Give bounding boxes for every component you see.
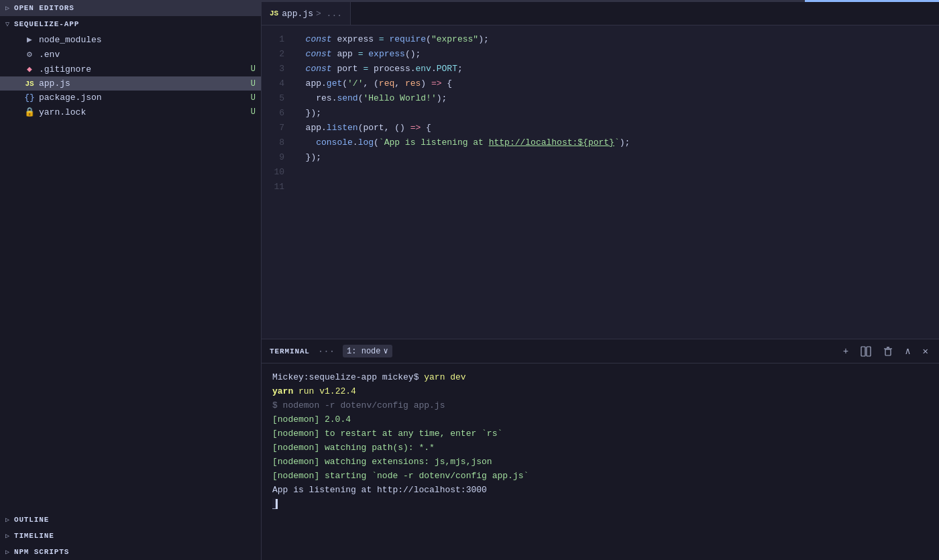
git-icon: ◆ <box>24 64 35 74</box>
terminal-actions: + ∧ ✕ <box>840 344 931 358</box>
open-editors-section[interactable]: ▷ OPEN EDITORS <box>0 0 261 16</box>
outline-label: OUTLINE <box>14 516 49 524</box>
gitignore-badge: U <box>251 64 256 74</box>
sidebar-item-yarn-lock[interactable]: 🔒 yarn.lock U <box>0 105 261 119</box>
sidebar: ▷ OPEN EDITORS ▽ SEQUELIZE-APP ▶ node_mo… <box>0 0 262 560</box>
terminal-close-button[interactable]: ✕ <box>920 344 931 358</box>
yarn-icon: 🔒 <box>24 107 35 117</box>
gear-icon: ⚙ <box>24 49 35 60</box>
line-num-3: 3 <box>272 62 284 76</box>
project-section[interactable]: ▽ SEQUELIZE-APP <box>0 16 261 32</box>
terminal-section: TERMINAL ··· 1: node ∨ + <box>262 339 939 560</box>
line-num-9: 9 <box>272 150 284 165</box>
code-content: const express = require("express"); cons… <box>295 32 939 332</box>
terminal-line-nodemon-ver: [nodemon] 2.0.4 <box>272 412 928 427</box>
gitignore-label: .gitignore <box>39 64 245 74</box>
terminal-add-button[interactable]: + <box>840 345 851 358</box>
yarn-lock-badge: U <box>251 107 256 117</box>
main-panel: JS app.js > ... 1 2 3 4 5 6 7 8 9 10 11 … <box>262 0 939 560</box>
line-num-10: 10 <box>272 165 284 180</box>
line-num-8: 8 <box>272 135 284 150</box>
code-line-10: console.log(`App is listening at http://… <box>295 135 939 150</box>
package-json-label: package.json <box>39 93 245 103</box>
line-num-7: 7 <box>272 121 284 135</box>
appjs-badge: U <box>251 79 256 89</box>
terminal-content[interactable]: Mickey:sequelize-app mickey$ yarn dev ya… <box>262 363 939 560</box>
timeline-chevron: ▷ <box>5 532 10 540</box>
yarn-lock-label: yarn.lock <box>39 107 245 117</box>
line-num-4: 4 <box>272 76 284 91</box>
timeline-section[interactable]: ▷ TIMELINE <box>0 528 261 544</box>
terminal-header: TERMINAL ··· 1: node ∨ + <box>262 339 939 363</box>
tab-js-icon: JS <box>270 9 278 17</box>
code-line-5: app.get('/', (req, res) => { <box>295 76 939 91</box>
line-num-11: 11 <box>272 180 284 194</box>
sidebar-item-appjs[interactable]: JS app.js U <box>0 76 261 91</box>
terminal-tab-dropdown[interactable]: 1: node ∨ <box>343 345 392 357</box>
env-label: .env <box>39 50 256 60</box>
npm-chevron: ▷ <box>5 548 10 556</box>
line-num-1: 1 <box>272 32 284 47</box>
svg-rect-2 <box>885 349 891 355</box>
line-num-6: 6 <box>272 106 284 121</box>
terminal-split-button[interactable] <box>858 345 874 358</box>
npm-scripts-section[interactable]: ▷ NPM SCRIPTS <box>0 544 261 560</box>
svg-rect-1 <box>867 347 871 356</box>
timeline-label: TIMELINE <box>14 532 54 540</box>
terminal-line-yarn-run: yarn run v1.22.4 <box>272 384 928 398</box>
node-modules-label: node_modules <box>39 35 256 45</box>
code-line-3: const port = process.env.PORT; <box>295 62 939 76</box>
terminal-tab-name: 1: node <box>347 347 380 356</box>
json-icon: {} <box>24 93 35 103</box>
terminal-line-cmd1: Mickey:sequelize-app mickey$ yarn dev <box>272 370 928 384</box>
line-numbers: 1 2 3 4 5 6 7 8 9 10 11 <box>262 32 295 332</box>
package-json-badge: U <box>251 93 256 103</box>
code-line-2: const app = express(); <box>295 47 939 62</box>
sidebar-item-env[interactable]: ⚙ .env <box>0 47 261 62</box>
sidebar-item-package-json[interactable]: {} package.json U <box>0 91 261 105</box>
terminal-trash-button[interactable] <box>881 345 895 357</box>
folder-icon: ▶ <box>24 34 35 45</box>
tab-file-name: app.js <box>282 9 313 19</box>
terminal-title-label: TERMINAL <box>270 347 310 355</box>
outline-section[interactable]: ▷ OUTLINE <box>0 512 261 528</box>
open-editors-label: OPEN EDITORS <box>14 4 74 12</box>
terminal-line-nodemon-start: [nodemon] starting `node -r dotenv/confi… <box>272 469 928 483</box>
project-name-label: SEQUELIZE-APP <box>14 20 79 28</box>
svg-rect-0 <box>861 347 865 356</box>
terminal-line-nodemon-ext: [nodemon] watching extensions: js,mjs,js… <box>272 455 928 469</box>
terminal-line-nodemon-restart: [nodemon] to restart at any time, enter … <box>272 427 928 441</box>
progress-fill <box>805 0 939 2</box>
terminal-dots-button[interactable]: ··· <box>318 346 335 357</box>
js-file-icon: JS <box>24 80 35 88</box>
appjs-label: app.js <box>39 78 245 89</box>
tab-breadcrumb: > ... <box>316 9 342 19</box>
code-line-11: }); <box>295 150 939 165</box>
terminal-chevron-up-button[interactable]: ∧ <box>902 344 913 358</box>
npm-scripts-label: NPM SCRIPTS <box>14 548 69 556</box>
code-line-6: res.send('Hello World!'); <box>295 91 939 106</box>
sidebar-item-node-modules[interactable]: ▶ node_modules <box>0 32 261 47</box>
terminal-cursor-line: ▋ <box>272 497 928 511</box>
code-editor[interactable]: 1 2 3 4 5 6 7 8 9 10 11 const express = … <box>262 25 939 339</box>
progress-bar <box>262 0 939 2</box>
sidebar-item-gitignore[interactable]: ◆ .gitignore U <box>0 62 261 76</box>
code-line-7: }); <box>295 106 939 121</box>
line-num-5: 5 <box>272 91 284 106</box>
tab-appjs[interactable]: JS app.js > ... <box>262 2 351 25</box>
terminal-line-nodemon-watch: [nodemon] watching path(s): *.* <box>272 441 928 455</box>
open-editors-chevron: ▷ <box>5 4 10 12</box>
terminal-line-app-listen: App is listening at http://localhost:300… <box>272 483 928 497</box>
line-num-2: 2 <box>272 47 284 62</box>
outline-chevron: ▷ <box>5 516 10 524</box>
terminal-line-nodemon-cmd: $ nodemon -r dotenv/config app.js <box>272 398 928 412</box>
tab-bar: JS app.js > ... <box>262 2 939 25</box>
code-line-9: app.listen(port, () => { <box>295 121 939 135</box>
project-chevron: ▽ <box>5 20 10 28</box>
code-line-1: const express = require("express"); <box>295 32 939 47</box>
terminal-dropdown-chevron: ∨ <box>384 346 388 356</box>
